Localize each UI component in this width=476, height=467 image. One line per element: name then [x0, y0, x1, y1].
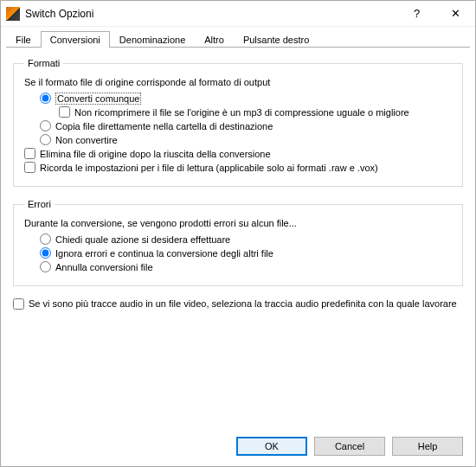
- group-errori: Errori Durante la conversione, se vengon…: [13, 199, 463, 286]
- radio-ignora-errori[interactable]: [40, 247, 51, 259]
- checkbox-elimina-origine[interactable]: [24, 148, 35, 159]
- tab-label: Pulsante destro: [243, 35, 309, 45]
- label-ignora-errori[interactable]: Ignora errori e continua la conversione …: [55, 248, 273, 259]
- label-elimina-origine[interactable]: Elimina file di origine dopo la riuscita…: [40, 149, 271, 159]
- row-chk-nonricomprimere: Non ricomprimere il file se l'origine è …: [24, 106, 452, 118]
- label-multi-tracce[interactable]: Se vi sono più tracce audio in un file v…: [29, 298, 457, 309]
- row-opt-nonconvertire: Non convertire: [24, 134, 452, 145]
- cancel-button[interactable]: Cancel: [314, 437, 385, 456]
- help-button-footer[interactable]: Help: [392, 437, 463, 456]
- row-opt-copia: Copia file direttamente nella cartella d…: [24, 120, 452, 131]
- label-ricorda-impostazioni[interactable]: Ricorda le impostazioni per i file di le…: [40, 163, 378, 173]
- titlebar: Switch Opzioni ? ✕: [1, 1, 475, 27]
- titlebar-controls: ? ✕: [397, 1, 475, 26]
- label-chiedi-azione[interactable]: Chiedi quale azione si desidera effettua…: [55, 234, 230, 245]
- row-chk-multitracce: Se vi sono più tracce audio in un file v…: [13, 298, 463, 310]
- row-opt-ignora: Ignora errori e continua la conversione …: [24, 247, 452, 259]
- errori-intro: Durante la conversione, se vengono prodo…: [24, 218, 452, 228]
- help-button[interactable]: ?: [397, 1, 436, 26]
- app-icon: [6, 7, 20, 21]
- tab-conversioni[interactable]: Conversioni: [41, 31, 110, 48]
- tab-label: Conversioni: [50, 35, 100, 45]
- radio-copia-diretta[interactable]: [40, 120, 51, 131]
- tab-label: Altro: [204, 35, 224, 45]
- close-button[interactable]: ✕: [436, 1, 475, 26]
- label-non-ricomprimere[interactable]: Non ricomprimere il file se l'origine è …: [74, 107, 409, 118]
- button-bar: OK Cancel Help: [1, 428, 475, 466]
- tab-file[interactable]: File: [6, 31, 41, 48]
- row-opt-annulla: Annulla conversioni file: [24, 261, 452, 272]
- tab-strip: File Conversioni Denominazione Altro Pul…: [1, 27, 475, 48]
- tab-label: Denominazione: [119, 35, 185, 45]
- checkbox-ricorda-impostazioni[interactable]: [24, 162, 35, 173]
- row-opt-converti: Converti comunque: [24, 93, 452, 104]
- window-title: Switch Opzioni: [25, 8, 397, 20]
- group-errori-legend: Errori: [24, 199, 55, 209]
- group-formati-legend: Formati: [24, 58, 63, 68]
- radio-non-convertire[interactable]: [40, 134, 51, 145]
- label-non-convertire[interactable]: Non convertire: [55, 135, 118, 145]
- label-converti-comunque[interactable]: Converti comunque: [55, 93, 141, 104]
- tab-denominazione[interactable]: Denominazione: [110, 31, 195, 48]
- tab-altro[interactable]: Altro: [195, 31, 234, 48]
- radio-annulla-conversioni[interactable]: [40, 261, 51, 272]
- ok-button[interactable]: OK: [236, 437, 307, 456]
- label-annulla-conversioni[interactable]: Annulla conversioni file: [55, 262, 153, 272]
- text-converti-comunque: Converti comunque: [55, 93, 141, 105]
- formati-intro: Se il formato file di origine corrispond…: [24, 77, 452, 87]
- radio-converti-comunque[interactable]: [40, 93, 51, 104]
- row-chk-ricorda: Ricorda le impostazioni per i file di le…: [24, 162, 452, 173]
- tab-label: File: [16, 35, 31, 45]
- tab-pulsante-destro[interactable]: Pulsante destro: [234, 31, 318, 48]
- row-chk-elimina: Elimina file di origine dopo la riuscita…: [24, 148, 452, 159]
- checkbox-non-ricomprimere[interactable]: [59, 106, 70, 118]
- close-icon: ✕: [451, 7, 460, 20]
- tab-content: Formati Se il formato file di origine co…: [1, 48, 475, 428]
- checkbox-multi-tracce[interactable]: [13, 298, 24, 310]
- label-copia-diretta[interactable]: Copia file direttamente nella cartella d…: [55, 121, 273, 131]
- help-icon: ?: [414, 7, 420, 20]
- dialog-window: Switch Opzioni ? ✕ File Conversioni Deno…: [0, 0, 476, 467]
- radio-chiedi-azione[interactable]: [40, 234, 51, 245]
- group-formati: Formati Se il formato file di origine co…: [13, 58, 463, 187]
- row-opt-chiedi: Chiedi quale azione si desidera effettua…: [24, 234, 452, 245]
